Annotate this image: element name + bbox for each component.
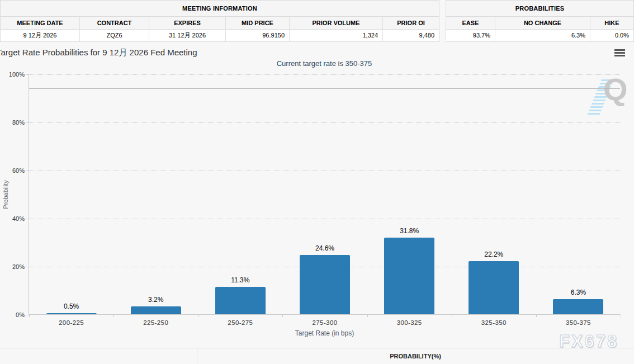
bar-value-label: 6.3% <box>571 289 586 296</box>
meeting-date-value: 9 12月 2026 <box>1 30 80 41</box>
bar-value-label: 0.5% <box>64 302 79 310</box>
bar-value-label: 3.2% <box>148 296 163 304</box>
y-tick-label: 100% <box>9 71 25 78</box>
y-tick-mark <box>26 267 29 267</box>
x-tick-mark <box>536 314 537 317</box>
y-tick-label: 80% <box>12 119 25 126</box>
y-tick-label: 60% <box>12 167 25 174</box>
fx678-watermark: FX678 <box>559 332 618 352</box>
x-category-label: 350-375 <box>566 319 591 326</box>
bar-value-label: 24.6% <box>315 244 334 252</box>
meeting-information-header-row: MEETING DATE CONTRACT EXPIRES MID PRICE … <box>1 17 439 30</box>
meeting-information-value-row: 9 12月 2026 ZQZ6 31 12月 2026 96.9150 1,32… <box>1 30 439 41</box>
target-rate-probability-chart: Target Rate Probabilities for 9 12月 2026… <box>0 42 634 348</box>
probabilities-title: PROBABILITIES <box>446 1 633 17</box>
meeting-information-title: MEETING INFORMATION <box>1 1 439 17</box>
probabilities-header-row: EASE NO CHANGE HIKE <box>446 17 633 30</box>
ease-value: 93.7% <box>446 30 495 41</box>
y-tick-mark <box>26 219 29 219</box>
meeting-information-table: MEETING INFORMATION MEETING DATE CONTRAC… <box>0 0 439 42</box>
col-expires: EXPIRES <box>149 17 226 29</box>
col-meeting-date: MEETING DATE <box>1 17 80 29</box>
x-category-label: 275-300 <box>312 319 337 326</box>
x-category-label: 225-250 <box>143 319 168 326</box>
x-tick-mark <box>452 314 452 317</box>
col-hike: HIKE <box>590 17 633 29</box>
x-category-label: 300-325 <box>397 319 422 326</box>
no-change-value: 6.3% <box>495 30 590 41</box>
probabilities-value-row: 93.7% 6.3% 0.0% <box>446 30 633 41</box>
y-tick-label: 40% <box>12 215 25 222</box>
col-no-change: NO CHANGE <box>495 17 590 29</box>
x-tick-mark <box>367 314 368 317</box>
prior-oi-value: 9,480 <box>383 30 439 41</box>
plot-area: Probability Target Rate (in bps) 0%20%40… <box>29 74 620 315</box>
x-tick-mark <box>621 314 621 317</box>
bar-value-label: 22.2% <box>484 250 503 258</box>
bar[interactable] <box>46 313 97 314</box>
col-prior-volume: PRIOR VOLUME <box>290 17 383 29</box>
contract-value: ZQZ6 <box>80 30 149 41</box>
y-gridline <box>29 219 620 219</box>
y-axis-title: Probability <box>2 180 9 209</box>
bar-value-label: 11.3% <box>231 276 249 284</box>
probabilities-table: PROBABILITIES EASE NO CHANGE HIKE 93.7% … <box>446 0 634 42</box>
col-mid-price: MID PRICE <box>226 17 290 29</box>
col-ease: EASE <box>446 17 495 29</box>
x-category-label: 325-350 <box>481 319 507 326</box>
reference-line <box>29 88 620 89</box>
bar[interactable] <box>215 287 266 314</box>
bar[interactable] <box>553 299 603 314</box>
y-gridline <box>29 122 620 123</box>
bar[interactable] <box>131 306 181 314</box>
bar[interactable] <box>384 238 434 314</box>
prior-volume-value: 1,324 <box>290 30 383 41</box>
chart-subtitle: Current target rate is 350-375 <box>29 59 620 68</box>
chart-title: Target Rate Probabilities for 9 12月 2026… <box>0 48 197 58</box>
expires-value: 31 12月 2026 <box>149 30 226 41</box>
y-gridline <box>29 74 620 75</box>
bar-value-label: 31.8% <box>400 227 419 235</box>
y-tick-label: 20% <box>12 263 25 270</box>
y-tick-mark <box>26 122 29 123</box>
x-tick-mark <box>198 314 198 317</box>
y-gridline <box>29 171 620 171</box>
bar[interactable] <box>469 261 519 314</box>
x-category-label: 200-225 <box>59 319 84 326</box>
y-tick-label: 0% <box>16 311 25 318</box>
bar[interactable] <box>300 255 350 314</box>
col-contract: CONTRACT <box>80 17 149 29</box>
hamburger-menu-icon[interactable] <box>614 49 625 56</box>
mid-price-value: 96.9150 <box>226 30 290 41</box>
y-tick-mark <box>26 171 29 171</box>
x-category-label: 250-275 <box>228 319 253 326</box>
x-tick-mark <box>29 314 30 317</box>
x-axis-title: Target Rate (in bps) <box>295 329 354 337</box>
y-tick-mark <box>26 74 29 75</box>
x-tick-mark <box>113 314 114 317</box>
x-tick-mark <box>282 314 283 317</box>
hike-value: 0.0% <box>590 30 633 41</box>
col-prior-oi: PRIOR OI <box>383 17 439 29</box>
footer-bar: PROBABILITY(%) <box>0 348 634 364</box>
